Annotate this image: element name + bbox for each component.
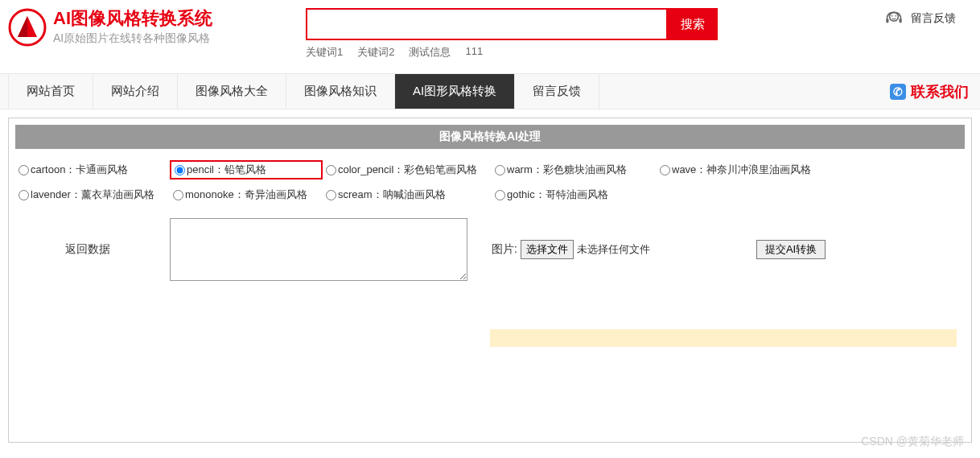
style-option-scream[interactable]: scream：呐喊油画风格 (323, 186, 492, 204)
nav-convert[interactable]: AI图形风格转换 (395, 74, 515, 109)
keyword-link[interactable]: 关键词1 (306, 45, 343, 60)
result-bar (490, 329, 957, 347)
radio-lavender[interactable] (19, 190, 29, 200)
logo-area: AI图像风格转换系统 AI原始图片在线转各种图像风格 (8, 8, 306, 47)
radio-wave[interactable] (660, 165, 670, 175)
radio-pencil[interactable] (175, 165, 185, 175)
keyword-link[interactable]: 关键词2 (357, 45, 394, 60)
return-data-label: 返回数据 (15, 242, 160, 257)
nav-knowledge[interactable]: 图像风格知识 (286, 74, 395, 109)
style-option-color-pencil[interactable]: color_pencil：彩色铅笔画风格 (323, 160, 492, 179)
svg-rect-2 (886, 19, 888, 23)
nav-styles[interactable]: 图像风格大全 (178, 74, 286, 109)
radio-scream[interactable] (326, 190, 336, 200)
style-option-pencil[interactable]: pencil：铅笔风格 (170, 160, 323, 179)
style-option-wave[interactable]: wave：神奈川冲浪里油画风格 (657, 160, 826, 179)
choose-file-button[interactable]: 选择文件 (521, 240, 574, 259)
svg-point-4 (891, 15, 893, 17)
feedback-link[interactable]: 留言反馈 (883, 8, 972, 29)
style-option-mononoke[interactable]: mononoke：奇异油画风格 (170, 186, 323, 204)
radio-cartoon[interactable] (19, 165, 29, 175)
site-subtitle: AI原始图片在线转各种图像风格 (53, 31, 212, 47)
keyword-link[interactable]: 111 (465, 45, 483, 60)
radio-mononoke[interactable] (173, 190, 183, 200)
style-option-warm[interactable]: warm：彩色糖块油画风格 (492, 160, 657, 179)
nav-home[interactable]: 网站首页 (8, 74, 93, 109)
nav-feedback[interactable]: 留言反馈 (515, 74, 599, 109)
contact-label: 联系我们 (911, 82, 969, 101)
image-label: 图片: (492, 242, 517, 257)
no-file-text: 未选择任何文件 (577, 242, 650, 257)
search-input[interactable] (306, 8, 668, 40)
style-option-lavender[interactable]: lavender：薰衣草油画风格 (15, 186, 170, 204)
radio-gothic[interactable] (495, 190, 505, 200)
feedback-label: 留言反馈 (911, 11, 956, 26)
keyword-link[interactable]: 测试信息 (409, 45, 451, 60)
search-button[interactable]: 搜索 (668, 8, 718, 40)
style-option-cartoon[interactable]: cartoon：卡通画风格 (15, 160, 170, 179)
phone-icon: ✆ (890, 84, 906, 100)
nav-about[interactable]: 网站介绍 (93, 74, 178, 109)
style-option-gothic[interactable]: gothic：哥特油画风格 (492, 186, 657, 204)
submit-button[interactable]: 提交AI转换 (756, 240, 826, 259)
svg-point-1 (890, 12, 899, 21)
logo-icon (8, 8, 47, 47)
radio-warm[interactable] (495, 165, 505, 175)
watermark: CSDN @黄菊华老师 (861, 435, 964, 449)
site-title: AI图像风格转换系统 (53, 8, 212, 29)
radio-color-pencil[interactable] (326, 165, 336, 175)
return-data-textarea[interactable] (170, 218, 467, 281)
svg-point-5 (895, 15, 896, 17)
panel-title: 图像风格转换AI处理 (15, 125, 965, 149)
headset-icon (883, 8, 904, 29)
svg-rect-3 (900, 19, 902, 23)
contact-us-link[interactable]: ✆ 联系我们 (890, 82, 980, 101)
